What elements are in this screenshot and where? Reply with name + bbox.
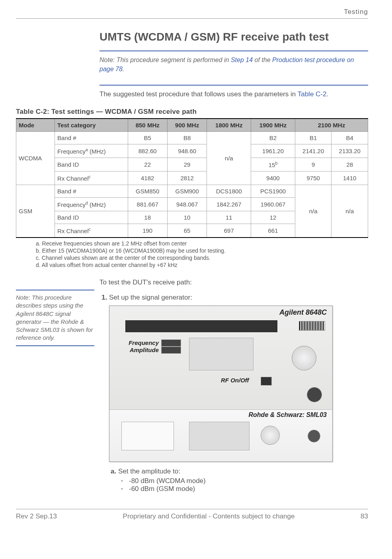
- display-screen: [125, 320, 277, 332]
- substep-a: a. Set the amplitude to:: [111, 467, 368, 475]
- section-header: Testing: [16, 8, 368, 16]
- cell: B5: [128, 132, 167, 144]
- cell-15: 15: [269, 162, 275, 168]
- th-900: 900 MHz: [167, 119, 207, 132]
- footer-confidential: Proprietary and Confidential - Contents …: [123, 512, 295, 520]
- mode-wcdma: WCDMA: [16, 132, 55, 185]
- settings-table: Mode Test category 850 MHz 900 MHz 1800 …: [16, 118, 368, 238]
- note-rule: [99, 85, 368, 86]
- cell: 1842.267: [207, 198, 251, 211]
- cell: B4: [332, 132, 368, 144]
- table-row: WCDMA Band # B5 B8 n/a B2 B1 B4: [16, 132, 368, 144]
- cell: 4182: [128, 171, 167, 185]
- table-row: Band ID 22 29 15b 9 28: [16, 158, 368, 171]
- table-row: Frequencya (MHz) 882.60 948.60 1961.20 2…: [16, 144, 368, 158]
- cat-freq-base: Frequency: [57, 201, 86, 208]
- frequency-button: [161, 339, 181, 347]
- intro-text: The suggested test procedure that follow…: [99, 90, 368, 99]
- cell: 29: [167, 158, 207, 171]
- cell: 948.60: [167, 144, 207, 158]
- cell: 1961.20: [251, 144, 295, 158]
- cell: 1410: [332, 171, 368, 185]
- cell: GSM900: [167, 185, 207, 198]
- cell: 882.60: [128, 144, 167, 158]
- procedure-list: Set up the signal generator: Agilent 864…: [99, 294, 368, 493]
- cell: 2812: [167, 171, 207, 185]
- cat-rx-base: Rx Channel: [57, 175, 88, 182]
- sup-b: b: [275, 161, 277, 166]
- mode-gsm: GSM: [16, 185, 55, 238]
- cell: DCS1800: [207, 185, 251, 198]
- cell: 9: [295, 158, 332, 171]
- intro-prefix: The suggested test procedure that follow…: [99, 90, 298, 98]
- cell: 10: [167, 211, 207, 224]
- rs-label: Rohde & Schwarz: SML03: [249, 411, 327, 419]
- cell: 1960.067: [251, 198, 295, 211]
- cat-band-id: Band ID: [55, 158, 128, 171]
- footnote-d: d. All values offset from actual center …: [36, 262, 368, 268]
- cat-band-id: Band ID: [55, 211, 128, 224]
- cat-frequency: Frequencyd (MHz): [55, 198, 128, 211]
- figure-agilent-panel: Agilent 8648C Frequency Amplitude RF On/…: [109, 306, 332, 410]
- th-mode: Mode: [16, 119, 55, 132]
- footnote-a: a. Receive frequencies shown are 1.2 MHz…: [36, 240, 368, 247]
- output-connector: [307, 387, 322, 402]
- cell: 15b: [251, 158, 295, 171]
- cell: B8: [167, 132, 207, 144]
- cat-rx-channel: Rx Channelc: [55, 171, 128, 185]
- cell: PCS1900: [251, 185, 295, 198]
- step-link[interactable]: Step 14: [231, 56, 253, 63]
- cat-rx-base: Rx Channel: [57, 228, 88, 234]
- procedure-lead: To test the DUT's receive path:: [99, 279, 368, 286]
- table-caption: Table C-2: Test settings — WCDMA / GSM r…: [16, 108, 368, 116]
- step-1: Set up the signal generator: Agilent 864…: [109, 294, 368, 493]
- cell-na-1800: n/a: [207, 132, 251, 185]
- barcode-icon: [299, 321, 325, 331]
- th-1800: 1800 MHz: [207, 119, 251, 132]
- cat-frequency: Frequencya (MHz): [55, 144, 128, 158]
- rs-connector: [308, 430, 320, 442]
- cell-na-2100a: n/a: [295, 185, 332, 238]
- rs-keypad: [189, 422, 250, 450]
- cell: 881.667: [128, 198, 167, 211]
- cell: 9750: [295, 171, 332, 185]
- rf-button: [261, 377, 272, 386]
- note-suffix: .: [123, 66, 124, 72]
- list-item: -80 dBm (WCDMA mode): [121, 477, 368, 485]
- footnote-c: c. Channel values shown are at the cente…: [36, 255, 368, 261]
- th-2100: 2100 MHz: [295, 119, 368, 132]
- header-rule: [16, 18, 368, 19]
- tuning-knob: [292, 346, 316, 370]
- procedure-note: Note: This procedure segment is performe…: [99, 55, 368, 74]
- cell: 948.067: [167, 198, 207, 211]
- table-row: Rx Channelc 4182 2812 9400 9750 1410: [16, 171, 368, 185]
- cell: B2: [251, 132, 295, 144]
- cell-na-2100b: n/a: [332, 185, 368, 238]
- cell: 12: [251, 211, 295, 224]
- cat-band-num: Band #: [55, 185, 128, 198]
- cell: 190: [128, 224, 167, 238]
- table-link[interactable]: Table C-2: [298, 90, 327, 98]
- amplitude-button: [161, 347, 181, 354]
- rs-knob: [261, 426, 280, 445]
- cell: 18: [128, 211, 167, 224]
- cell: 661: [251, 224, 295, 238]
- amplitude-label: Amplitude: [123, 347, 159, 353]
- cat-band-num: Band #: [55, 132, 128, 144]
- substep-a-label: a.: [111, 467, 116, 475]
- cat-freq-base: Frequency: [57, 148, 86, 155]
- cell: 11: [207, 211, 251, 224]
- cell: 28: [332, 158, 368, 171]
- footnote-b: b. Either 15 (WCDMA1900A) or 16 (WCDMA19…: [36, 247, 368, 254]
- footer-rev: Rev 2 Sep.13: [16, 512, 57, 520]
- title-rule: [99, 51, 368, 51]
- keypad-panel: [189, 338, 254, 370]
- cell: 65: [167, 224, 207, 238]
- list-item: -60 dBm (GSM mode): [121, 485, 368, 493]
- intro-suffix: .: [326, 90, 328, 98]
- th-850: 850 MHz: [128, 119, 167, 132]
- cell: GSM850: [128, 185, 167, 198]
- figure-rs-panel: Rohde & Schwarz: SML03: [109, 410, 332, 462]
- table-row: GSM Band # GSM850 GSM900 DCS1800 PCS1900…: [16, 185, 368, 198]
- side-note: Note: This procedure describes steps usi…: [16, 290, 94, 346]
